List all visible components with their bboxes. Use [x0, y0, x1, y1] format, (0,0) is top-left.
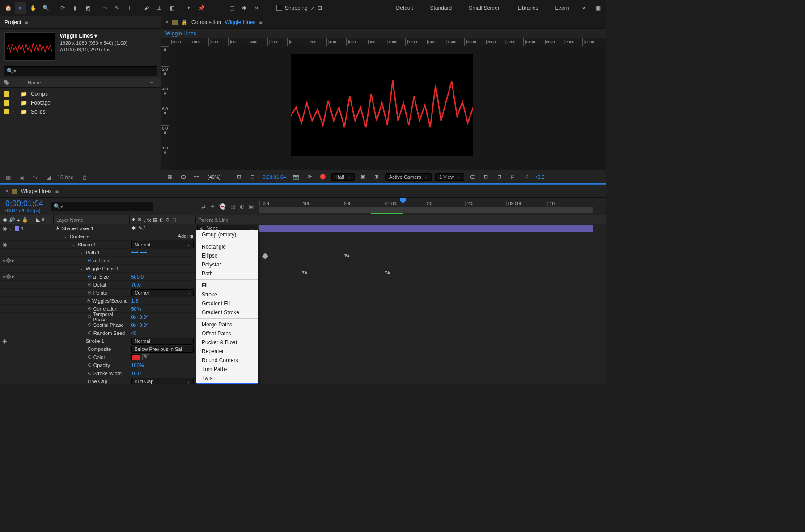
bpc-toggle[interactable]: ◪	[44, 173, 53, 182]
visibility-toggle[interactable]: ◉	[2, 241, 7, 248]
blend-dropdown[interactable]: Normal⌄	[131, 241, 194, 248]
close-tab-icon[interactable]: ×	[165, 19, 169, 25]
comp-name-link[interactable]: Wiggle Lines	[225, 19, 256, 25]
roto-tool-icon[interactable]: ✦	[183, 2, 195, 14]
menu-item[interactable]: Wiggle Paths	[196, 383, 258, 384]
visibility-toggle[interactable]: ◉	[2, 338, 7, 344]
fx-col-icon[interactable]: fx	[147, 217, 151, 223]
lock-icon[interactable]: 🔒	[181, 19, 188, 25]
menu-item[interactable]: Merge Paths	[196, 320, 258, 329]
new-comp-icon[interactable]: ▣	[17, 173, 26, 182]
timeline-tab[interactable]: Wiggle Lines	[21, 188, 52, 194]
interpret-icon[interactable]: ▦	[4, 173, 13, 182]
view-dropdown[interactable]: 1 View⌄	[435, 173, 464, 181]
menu-item[interactable]: Group (empty)	[196, 230, 258, 239]
zoom-level[interactable]: (40%)	[205, 174, 223, 180]
graph-editor-icon[interactable]: ▣	[249, 203, 254, 210]
audio-col-icon[interactable]: 🔊	[9, 217, 15, 223]
parent-col[interactable]: Parent & Link	[196, 215, 259, 224]
type-tool-icon[interactable]: T	[124, 2, 136, 14]
column-name[interactable]: Name	[28, 80, 41, 85]
solo-col-icon[interactable]: ●	[17, 217, 20, 223]
hide-shy-icon[interactable]: 👻	[219, 203, 226, 210]
label-col-icon[interactable]: ◣	[36, 217, 40, 223]
project-search-input[interactable]: 🔍▾	[4, 66, 157, 76]
snapping-checkbox[interactable]	[276, 5, 282, 11]
zoom-tool-icon[interactable]: 🔍	[40, 2, 51, 14]
pen-tool-icon[interactable]: ✎	[111, 2, 123, 14]
comp-name[interactable]: Wiggle Lines ▾	[60, 32, 127, 40]
timeline-panel-menu-icon[interactable]: ≡	[55, 188, 59, 194]
comp-open-tab[interactable]: Wiggle Lines	[165, 30, 196, 37]
menu-item[interactable]: Ellipse	[196, 251, 258, 260]
menu-item[interactable]: Round Corners	[196, 356, 258, 365]
menu-item[interactable]: Gradient Fill	[196, 299, 258, 308]
snapshot-icon[interactable]: 📷	[291, 172, 301, 182]
keyframe-nav[interactable]: ◂▸	[2, 274, 15, 279]
viewer-timecode[interactable]: 0;00;01;04	[261, 174, 288, 180]
switch-icon[interactable]: ▧	[153, 217, 157, 223]
flowchart-icon[interactable]: ⌸	[508, 172, 518, 182]
selection-tool-icon[interactable]: ➤	[15, 2, 26, 14]
brush-tool-icon[interactable]: 🖌	[141, 2, 153, 14]
roi-icon[interactable]: ▣	[358, 172, 368, 182]
fast-draft-icon[interactable]: ⊟	[481, 172, 491, 182]
workspace-small-screen[interactable]: Small Screen	[462, 3, 508, 13]
hand-tool-icon[interactable]: ✋	[27, 2, 39, 14]
menu-item[interactable]: Pucker & Bloat	[196, 338, 258, 347]
toggle-transparency-icon[interactable]: 🖵	[178, 172, 188, 182]
fast-preview-icon[interactable]: ⊟	[247, 172, 257, 182]
eraser-tool-icon[interactable]: ◧	[166, 2, 178, 14]
folder-comps[interactable]: ›📁Comps	[0, 89, 161, 98]
pan-behind-tool-icon[interactable]: ◩	[82, 2, 93, 14]
layer-bar[interactable]	[259, 225, 593, 232]
clone-tool-icon[interactable]: ⊥	[153, 2, 165, 14]
tag-icon[interactable]	[4, 80, 10, 86]
draft3d-icon[interactable]: ✦	[210, 203, 215, 210]
comp-panel-menu-icon[interactable]: ≡	[259, 19, 262, 25]
zoom-dropdown-icon[interactable]: ⌄	[227, 175, 230, 179]
menu-item[interactable]: Polystar	[196, 260, 258, 269]
composite-dropdown[interactable]: Below Previous in Sai⌄	[131, 346, 194, 353]
3d-col-icon[interactable]: ⬚	[171, 217, 176, 223]
menu-item[interactable]: Repeater	[196, 347, 258, 356]
toggle-alpha-icon[interactable]: ▦	[165, 172, 174, 182]
trash-icon[interactable]: 🗑	[80, 173, 89, 182]
color-swatch[interactable]	[131, 354, 140, 360]
layername-col[interactable]: Layer Name	[54, 215, 130, 224]
current-time-indicator[interactable]	[402, 224, 403, 384]
points-dropdown[interactable]: Corner⌄	[131, 289, 194, 296]
eyedropper-icon[interactable]: ✎	[142, 354, 149, 360]
switch-icon[interactable]: ✱	[131, 217, 136, 223]
camera-dropdown[interactable]: Active Camera⌄	[385, 173, 432, 181]
hold-keyframe-icon[interactable]: ▾▴	[302, 269, 307, 275]
grid-icon[interactable]: ⊞	[372, 172, 381, 182]
switch-icon[interactable]: ☀	[137, 217, 142, 223]
pixel-aspect-icon[interactable]: 🖵	[468, 172, 478, 182]
workspace-reset-icon[interactable]: ▣	[592, 2, 604, 14]
camera-tool-icon[interactable]: ▮	[69, 2, 81, 14]
linecap-dropdown[interactable]: Butt Cap⌄	[131, 378, 194, 385]
rectangle-tool-icon[interactable]: ▭	[99, 2, 110, 14]
frame-blend-icon[interactable]: ▧	[230, 203, 235, 210]
comp-thumbnail[interactable]	[4, 32, 55, 61]
local-axis-icon[interactable]: ⤧	[251, 2, 263, 14]
home-icon[interactable]: 🏠	[2, 2, 14, 14]
panel-menu-icon[interactable]: ≡	[25, 19, 28, 25]
flowchart-icon[interactable]: ⌸	[150, 79, 157, 86]
menu-item[interactable]: Trim Paths	[196, 365, 258, 374]
close-tab-icon[interactable]: ×	[5, 188, 8, 194]
channels-icon[interactable]: 🔴	[318, 172, 328, 182]
menu-item[interactable]: Path	[196, 269, 258, 278]
new-folder-icon[interactable]: 🗀	[30, 173, 39, 182]
lock-col-icon[interactable]: 🔒	[22, 217, 28, 223]
blend-dropdown[interactable]: Normal⌄	[131, 338, 194, 345]
puppet-tool-icon[interactable]: 📌	[195, 2, 207, 14]
show-snapshot-icon[interactable]: ⟳	[305, 172, 314, 182]
keyframe[interactable]	[262, 253, 268, 259]
timeline-icon[interactable]: ⊡	[495, 172, 504, 182]
hold-keyframe-icon[interactable]: ▾▴	[344, 252, 350, 258]
toggle-mask-icon[interactable]: 👓	[191, 172, 201, 182]
resolution-dropdown[interactable]: Half⌄	[331, 173, 355, 181]
menu-item[interactable]: Fill	[196, 281, 258, 290]
